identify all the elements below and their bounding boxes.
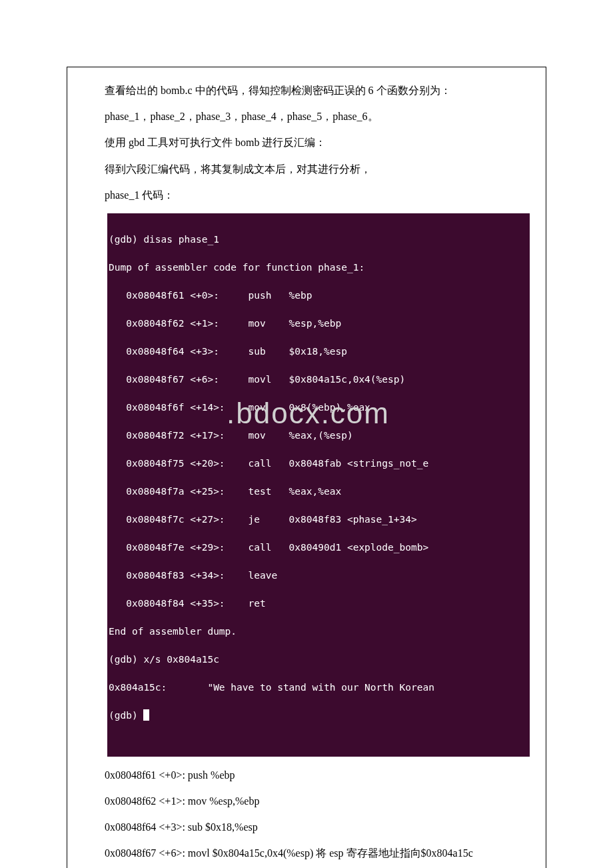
paragraph-phase1-label: phase_1 代码： — [67, 182, 546, 208]
terminal-line: 0x08048f6f <+14>: mov 0x8(%ebp),%eax — [107, 401, 530, 415]
terminal-line: 0x08048f72 <+17>: mov %eax,(%esp) — [107, 429, 530, 443]
terminal-line: (gdb) x/s 0x804a15c — [107, 653, 530, 667]
analysis-line-1: 0x08048f61 <+0>: push %ebp — [67, 762, 546, 788]
terminal-line: (gdb) disas phase_1 — [107, 233, 530, 247]
terminal-text: (gdb) — [109, 710, 143, 721]
terminal-line: 0x08048f7c <+27>: je 0x8048f83 <phase_1+… — [107, 513, 530, 527]
paragraph-use-gdb: 使用 gbd 工具对可执行文件 bomb 进行反汇编： — [67, 129, 546, 155]
analysis-line-4: 0x08048f67 <+6>: movl $0x804a15c,0x4(%es… — [67, 840, 546, 866]
analysis-line-2: 0x08048f62 <+1>: mov %esp,%ebp — [67, 788, 546, 814]
analysis-line-3: 0x08048f64 <+3>: sub $0x18,%esp — [67, 814, 546, 840]
terminal-line: 0x08048f64 <+3>: sub $0x18,%esp — [107, 345, 530, 359]
terminal-line: 0x08048f75 <+20>: call 0x8048fab <string… — [107, 457, 530, 471]
paragraph-phases-list: phase_1，phase_2，phase_3，phase_4，phase_5，… — [67, 103, 546, 129]
terminal-line: 0x08048f84 <+35>: ret — [107, 597, 530, 611]
terminal-line: End of assembler dump. — [107, 625, 530, 639]
paragraph-six-segments: 得到六段汇编代码，将其复制成文本后，对其进行分析， — [67, 156, 546, 182]
terminal-line: Dump of assembler code for function phas… — [107, 261, 530, 275]
terminal-block: (gdb) disas phase_1 Dump of assembler co… — [107, 213, 530, 757]
terminal-cursor-icon — [143, 709, 149, 721]
terminal-line: 0x08048f7e <+29>: call 0x80490d1 <explod… — [107, 541, 530, 555]
terminal-line: 0x08048f61 <+0>: push %ebp — [107, 289, 530, 303]
terminal-line: 0x08048f62 <+1>: mov %esp,%ebp — [107, 317, 530, 331]
terminal-line: 0x08048f83 <+34>: leave — [107, 569, 530, 583]
terminal-line: 0x08048f67 <+6>: movl $0x804a15c,0x4(%es… — [107, 373, 530, 387]
paragraph-intro: 查看给出的 bomb.c 中的代码，得知控制检测密码正误的 6 个函数分别为： — [67, 77, 546, 103]
terminal-line: (gdb) — [107, 709, 530, 723]
terminal-line: 0x08048f7a <+25>: test %eax,%eax — [107, 485, 530, 499]
document-frame: 查看给出的 bomb.c 中的代码，得知控制检测密码正误的 6 个函数分别为： … — [67, 67, 546, 868]
terminal-line: 0x804a15c: "We have to stand with our No… — [107, 681, 530, 695]
document-page: .bdocx.com 查看给出的 bomb.c 中的代码，得知控制检测密码正误的… — [0, 0, 613, 868]
